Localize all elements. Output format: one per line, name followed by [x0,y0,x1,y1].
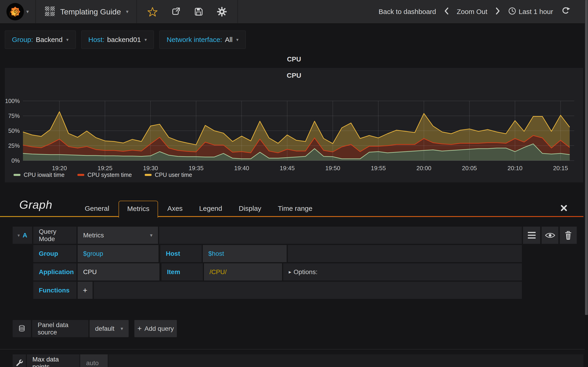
navbar-right-controls: Back to dashboard Zoom Out Last 1 hour [379,6,570,17]
logo-caret-icon: ▾ [26,9,29,14]
options-row-filler [108,354,583,367]
variable-label: Host: [88,36,104,44]
y-axis-tick: 25% [8,142,20,149]
query-menu-button[interactable] [523,227,540,244]
chart-title: CPU [5,72,583,79]
x-axis-tick: 19:50 [325,165,340,172]
variable-caret-icon: ▾ [145,37,147,42]
plus-icon: + [137,324,142,333]
dashboard-title-menu[interactable]: Templating Guide ▾ [36,0,137,24]
add-query-label: Add query [145,325,174,332]
application-field-label: Application [33,263,77,281]
add-query-button[interactable]: + Add query [134,320,177,337]
x-axis-tick: 19:25 [97,165,112,172]
datasource-icon-cell [13,320,31,337]
panel-options-row: Max data points [13,354,578,367]
zoom-out-button[interactable]: Zoom Out [457,8,487,16]
variable-host[interactable]: Host: backend01 ▾ [81,31,154,49]
datasource-label: Panel data source [32,320,88,337]
refresh-button[interactable] [561,6,570,17]
legend-item-cpu-user-time[interactable]: CPU user time [145,172,192,178]
tab-display[interactable]: Display [230,205,269,217]
query-mode-select[interactable]: Metrics ▾ [78,227,158,244]
close-editor-button[interactable] [561,205,567,212]
item-field-label: Item [162,263,203,281]
query-mode-value: Metrics [83,232,104,239]
item-field-input[interactable]: /CPU/ [204,263,282,281]
max-data-points-input[interactable] [86,359,102,367]
tab-metrics[interactable]: Metrics [119,201,158,218]
chart-legend: CPU iowait timeCPU system timeCPU user t… [14,172,192,178]
variable-group[interactable]: Group: Backend ▾ [5,31,76,49]
x-axis-tick: 19:40 [234,165,249,172]
query-ref-letter: A [23,232,27,239]
application-field-input[interactable]: CPU [78,263,159,281]
variable-label: Network interface: [166,36,222,44]
x-axis-tick: 19:45 [280,165,295,172]
cpu-stacked-area-chart: 0%25%50%75%100%19:2019:2519:3019:3519:40… [5,68,583,182]
editor-tabs: GeneralMetricsAxesLegendDisplayTime rang… [77,201,321,217]
query-ref-toggle[interactable]: ▾ A [13,227,32,244]
options-label: Options: [294,268,317,276]
grafana-logo-menu[interactable]: ▾ [0,0,36,24]
y-axis-tick: 75% [8,113,20,119]
options-triangle-icon: ▸ [289,269,291,275]
item-label-text: Item [167,268,180,276]
legend-label: CPU iowait time [24,172,65,178]
options-icon-cell [13,354,26,367]
tab-legend[interactable]: Legend [191,205,230,217]
variable-label: Group: [12,36,33,44]
legend-swatch-icon [78,174,84,176]
wrench-icon [15,359,24,367]
query-mode-label: Query Mode [33,227,77,244]
panel-type-heading: Graph [19,198,52,211]
database-icon [18,324,26,334]
query-toggle-visibility-button[interactable] [542,227,558,244]
variable-value: All [225,36,233,44]
time-range-label: Last 1 hour [519,8,553,16]
back-to-dashboard-button[interactable]: Back to dashboard [379,8,436,16]
x-axis-tick: 20:05 [462,165,477,172]
tab-axes[interactable]: Axes [159,205,191,217]
group-field-label: Group [33,245,77,262]
x-axis-tick: 19:35 [189,165,204,172]
variable-network-interface[interactable]: Network interface: All ▾ [159,31,246,49]
x-axis-tick: 20:10 [508,165,523,172]
datasource-row: Panel data source default ▾ + Add query [13,320,578,337]
x-axis-tick: 20:15 [553,165,568,172]
time-range-picker[interactable]: Last 1 hour [508,7,553,17]
share-button[interactable] [171,7,181,17]
grafana-logo-icon [6,3,24,20]
time-shift-right-button[interactable] [495,7,500,17]
legend-item-cpu-system-time[interactable]: CPU system time [78,172,132,178]
query-delete-button[interactable] [560,227,577,244]
host-field-label: Host [160,245,202,262]
functions-row-filler [94,282,522,299]
host-label-text: Host [166,250,180,257]
add-function-button[interactable]: + [78,282,93,299]
query-mode-caret-icon: ▾ [150,233,153,238]
x-axis-tick: 19:20 [52,165,67,172]
variable-value: backend01 [107,36,141,44]
time-shift-left-button[interactable] [444,7,449,17]
scrollbar-thumb[interactable] [585,0,588,315]
group-field-input[interactable]: $group [78,245,158,262]
legend-item-cpu-iowait-time[interactable]: CPU iowait time [14,172,65,178]
dashboard-title: Templating Guide [60,7,121,16]
tab-general[interactable]: General [77,205,118,217]
star-button[interactable] [147,7,157,17]
eye-icon [545,232,555,239]
legend-label: CPU system time [87,172,132,178]
dashboard-caret-icon: ▾ [126,9,129,14]
group-label-text: Group [39,250,58,257]
datasource-select[interactable]: default ▾ [90,320,129,337]
tab-time-range[interactable]: Time range [270,205,321,217]
settings-gear-button[interactable] [217,7,227,17]
y-axis-tick: 100% [5,98,20,104]
save-button[interactable] [194,7,204,17]
cpu-graph-panel: CPU 0%25%50%75%100%19:2019:2519:3019:351… [5,68,583,182]
panel-title[interactable]: CPU [0,56,588,63]
hamburger-icon [528,232,536,239]
host-field-input[interactable]: $host [203,245,287,262]
options-toggle[interactable]: ▸ Options: [283,263,522,281]
